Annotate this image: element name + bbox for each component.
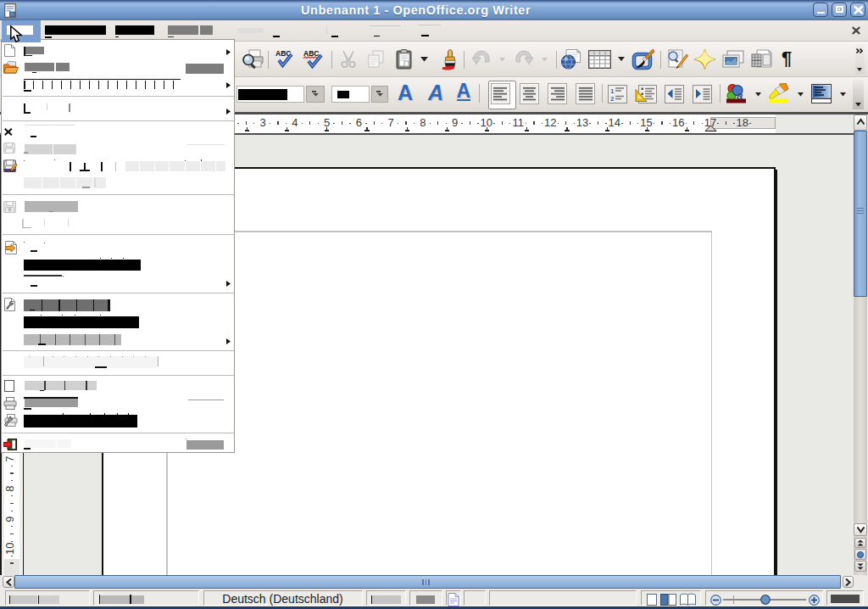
svg-text:2: 2 bbox=[610, 95, 615, 103]
svg-text:1: 1 bbox=[610, 87, 615, 94]
svg-text:ABC: ABC bbox=[303, 49, 319, 58]
